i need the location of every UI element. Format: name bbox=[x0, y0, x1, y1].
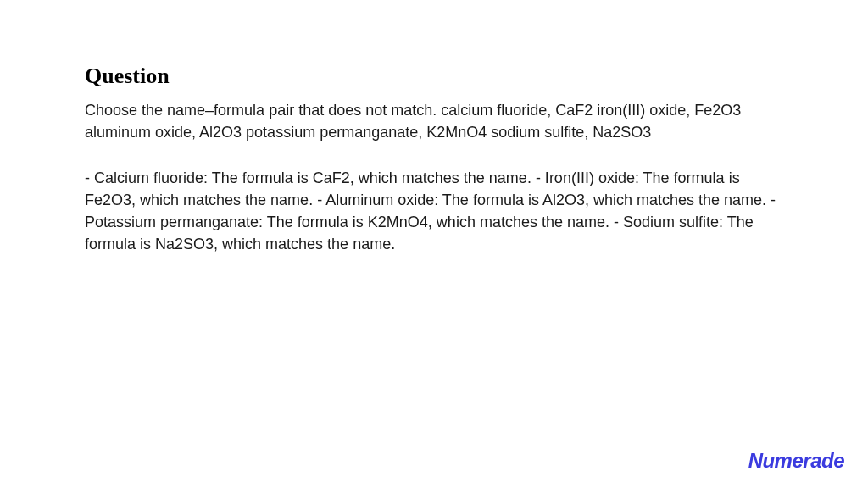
question-body: Choose the name–formula pair that does n… bbox=[85, 99, 783, 143]
question-heading: Question bbox=[85, 64, 783, 89]
brand-logo: Numerade bbox=[748, 449, 844, 473]
answer-body: - Calcium fluoride: The formula is CaF2,… bbox=[85, 167, 783, 255]
